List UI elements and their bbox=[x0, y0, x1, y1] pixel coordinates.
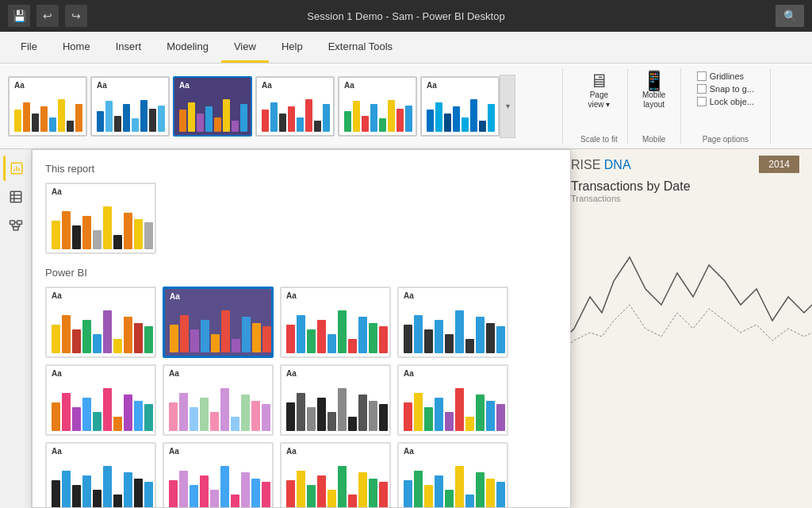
menu-bar: File Home Insert Modeling View Help Exte… bbox=[0, 32, 812, 64]
save-button[interactable]: 💾 bbox=[8, 5, 30, 27]
svg-rect-95 bbox=[424, 329, 433, 353]
rise-text: RISE bbox=[571, 158, 604, 171]
redo-button[interactable]: ↪ bbox=[65, 5, 87, 27]
svg-rect-24 bbox=[262, 110, 269, 132]
svg-rect-159 bbox=[231, 495, 239, 508]
menu-external-tools[interactable]: External Tools bbox=[316, 32, 405, 63]
svg-rect-16 bbox=[179, 110, 186, 132]
svg-rect-78 bbox=[221, 310, 230, 352]
svg-rect-38 bbox=[396, 109, 404, 132]
svg-rect-27 bbox=[288, 106, 295, 132]
theme-card-p9[interactable]: Aa bbox=[45, 442, 156, 508]
svg-rect-43 bbox=[453, 106, 460, 132]
svg-rect-3 bbox=[40, 106, 48, 132]
search-button[interactable]: 🔍 bbox=[776, 5, 804, 27]
theme-card-r1[interactable]: Aa bbox=[45, 183, 156, 254]
svg-rect-74 bbox=[180, 315, 189, 352]
theme-card-p3[interactable]: Aa bbox=[280, 287, 391, 358]
svg-rect-82 bbox=[262, 326, 271, 352]
sidebar-report-icon[interactable] bbox=[3, 156, 29, 181]
theme-card-p2[interactable]: Aa bbox=[163, 287, 274, 358]
svg-rect-21 bbox=[223, 99, 230, 132]
svg-rect-35 bbox=[370, 104, 377, 132]
lock-checkbox[interactable]: Lock obje... bbox=[697, 97, 754, 106]
gridlines-checkbox-box[interactable] bbox=[697, 71, 707, 81]
menu-modeling[interactable]: Modeling bbox=[154, 32, 221, 63]
svg-rect-36 bbox=[379, 118, 386, 132]
svg-rect-119 bbox=[231, 417, 239, 431]
svg-rect-66 bbox=[82, 320, 91, 353]
svg-rect-86 bbox=[317, 320, 326, 353]
ribbon-theme-t4[interactable]: Aa bbox=[255, 76, 335, 137]
svg-rect-41 bbox=[435, 102, 442, 132]
theme-card-p10[interactable]: Aa bbox=[163, 442, 274, 508]
menu-view[interactable]: View bbox=[221, 32, 269, 63]
svg-rect-109 bbox=[113, 417, 122, 431]
ribbon-theme-t3[interactable]: Aa bbox=[173, 76, 252, 137]
svg-rect-162 bbox=[262, 482, 270, 508]
lock-checkbox-box[interactable] bbox=[697, 97, 707, 106]
svg-rect-126 bbox=[317, 398, 326, 431]
theme-card-p7[interactable]: Aa bbox=[280, 364, 391, 436]
svg-rect-6 bbox=[67, 121, 74, 132]
theme-card-p4[interactable]: Aa bbox=[397, 287, 508, 358]
svg-rect-155 bbox=[190, 485, 198, 508]
menu-help[interactable]: Help bbox=[269, 32, 316, 63]
svg-rect-56 bbox=[82, 216, 91, 249]
undo-button[interactable]: ↩ bbox=[36, 5, 59, 27]
sidebar-data-icon[interactable] bbox=[3, 184, 29, 210]
page-view-button[interactable]: 🖥 Pageview ▾ bbox=[583, 68, 615, 113]
svg-rect-50 bbox=[10, 221, 14, 225]
sidebar-model-icon[interactable] bbox=[3, 213, 29, 238]
svg-rect-138 bbox=[455, 388, 464, 431]
svg-rect-136 bbox=[435, 398, 443, 431]
svg-rect-72 bbox=[144, 326, 153, 353]
svg-rect-182 bbox=[496, 482, 505, 508]
svg-rect-147 bbox=[93, 490, 102, 508]
ribbon-theme-t6[interactable]: Aa bbox=[420, 76, 500, 137]
svg-rect-163 bbox=[286, 480, 295, 508]
svg-rect-169 bbox=[348, 495, 357, 508]
theme-card-p6[interactable]: Aa bbox=[163, 364, 274, 436]
svg-rect-85 bbox=[307, 329, 316, 353]
menu-insert[interactable]: Insert bbox=[103, 32, 155, 63]
svg-rect-59 bbox=[113, 235, 122, 249]
theme-card-p8[interactable]: Aa bbox=[397, 364, 508, 436]
menu-file[interactable]: File bbox=[8, 32, 50, 63]
ribbon-theme-t1[interactable]: Aa bbox=[8, 76, 87, 137]
theme-card-p1[interactable]: Aa bbox=[45, 287, 156, 358]
svg-rect-80 bbox=[242, 317, 251, 352]
lock-label: Lock obje... bbox=[710, 97, 754, 106]
theme-card-p11[interactable]: Aa bbox=[280, 442, 391, 508]
svg-rect-51 bbox=[17, 221, 21, 225]
svg-rect-125 bbox=[307, 407, 316, 431]
svg-rect-92 bbox=[379, 326, 388, 353]
ribbon-theme-t2[interactable]: Aa bbox=[90, 76, 170, 137]
svg-rect-76 bbox=[201, 320, 209, 352]
svg-rect-75 bbox=[190, 329, 199, 352]
svg-rect-29 bbox=[305, 99, 312, 132]
snap-checkbox[interactable]: Snap to g... bbox=[697, 84, 754, 94]
svg-rect-154 bbox=[179, 471, 188, 508]
themes-scroll-btn[interactable]: ▾ bbox=[500, 75, 515, 138]
svg-rect-120 bbox=[241, 394, 250, 431]
svg-rect-165 bbox=[307, 485, 316, 508]
svg-rect-114 bbox=[179, 393, 188, 431]
svg-rect-53 bbox=[52, 221, 60, 249]
svg-rect-37 bbox=[388, 100, 395, 132]
svg-rect-167 bbox=[327, 490, 336, 508]
ribbon: AaAaAaAaAaAa ▾ 🖥 Pageview ▾ Scale to fit… bbox=[0, 64, 812, 149]
svg-rect-97 bbox=[445, 334, 454, 353]
svg-rect-99 bbox=[465, 339, 474, 353]
menu-home[interactable]: Home bbox=[50, 32, 103, 63]
mobile-layout-button[interactable]: 📱 Mobilelayout bbox=[638, 68, 671, 113]
theme-card-p12[interactable]: Aa bbox=[397, 442, 508, 508]
svg-rect-69 bbox=[113, 339, 122, 353]
ribbon-theme-t5[interactable]: Aa bbox=[338, 76, 417, 137]
gridlines-checkbox[interactable]: Gridlines bbox=[697, 71, 754, 81]
svg-rect-156 bbox=[200, 475, 209, 508]
snap-checkbox-box[interactable] bbox=[697, 84, 707, 94]
power-bi-label: Power BI bbox=[45, 267, 557, 279]
theme-card-p5[interactable]: Aa bbox=[45, 364, 156, 436]
svg-rect-94 bbox=[414, 315, 423, 353]
